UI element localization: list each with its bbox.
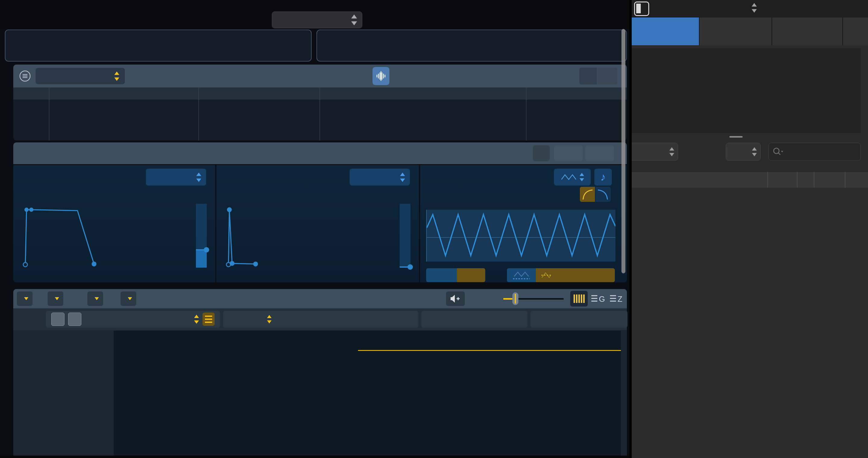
group-solo-button[interactable] <box>68 313 82 326</box>
header-name[interactable] <box>632 172 767 188</box>
lfo-poly-button[interactable] <box>457 268 485 282</box>
group-list <box>13 330 114 456</box>
articulation-bar <box>0 0 630 29</box>
group-mute-button[interactable] <box>51 313 64 326</box>
group-output-box <box>223 311 418 328</box>
env2-envelope-display[interactable] <box>225 204 385 268</box>
svg-text:G: G <box>599 294 604 304</box>
lfo-fade[interactable] <box>517 190 518 200</box>
group-key-range-box <box>421 311 527 328</box>
mod-matrix-column-headers <box>13 87 627 99</box>
chromatic-mode-button[interactable] <box>5 30 312 61</box>
zones <box>114 331 621 456</box>
category-grid <box>632 48 861 133</box>
lfo1-panel: ♪ <box>420 165 627 282</box>
mod-matrix-remove-button[interactable] <box>579 67 597 84</box>
signature-filter-dropdown[interactable] <box>726 143 761 161</box>
mod-matrix-header <box>13 64 627 87</box>
tab-descriptors[interactable] <box>772 18 842 45</box>
env1-mode-dropdown[interactable] <box>146 169 206 185</box>
chevron-down-icon <box>95 297 99 300</box>
tab-favorites-heart-icon[interactable] <box>843 18 868 45</box>
group-menu[interactable] <box>48 291 63 306</box>
mod-matrix-section <box>13 64 627 141</box>
loop-browser-topbar <box>632 0 868 18</box>
chevron-updown-icon <box>196 173 201 182</box>
chevron-updown-icon <box>351 15 357 25</box>
add-env-button[interactable] <box>554 145 583 161</box>
modulators-remove-button[interactable] <box>533 145 550 161</box>
loop-table <box>632 188 868 458</box>
env1-envelope-display[interactable] <box>22 204 182 268</box>
env2-vel-slider[interactable] <box>400 204 410 268</box>
lfo-wave-continuous-button[interactable] <box>507 268 536 282</box>
loop-table-header <box>632 172 868 188</box>
lfo-fade-in-button[interactable] <box>580 187 595 202</box>
mod-matrix-waveform-button[interactable] <box>373 67 390 85</box>
loop-browser-tabs <box>632 18 868 45</box>
speaker-icon <box>450 294 461 303</box>
sampler-plugin-window: ♪ <box>0 0 630 458</box>
add-lfo-button[interactable] <box>585 145 614 161</box>
env1-panel <box>13 165 215 282</box>
search-icon <box>772 147 783 156</box>
modulators-header <box>13 142 627 164</box>
lfo-waveform-display[interactable] <box>426 210 615 262</box>
scale-filter-dropdown[interactable] <box>632 143 678 161</box>
chevron-updown-icon <box>114 71 119 81</box>
screen: ♪ <box>0 0 868 458</box>
zone-menu[interactable] <box>87 291 103 306</box>
lfo-key-trigger-button[interactable] <box>551 268 615 282</box>
zoom-slider-handle[interactable] <box>513 292 518 305</box>
keyboard-view-button[interactable] <box>570 291 588 307</box>
chevron-down-icon <box>128 297 132 300</box>
loop-browser-panel <box>632 0 868 458</box>
articulation-dropdown[interactable] <box>272 11 362 28</box>
lfo-fade-out-button[interactable] <box>595 187 611 202</box>
mod-matrix-add-button[interactable] <box>597 67 617 84</box>
plugin-scrollbar[interactable] <box>621 29 625 274</box>
env2-panel <box>216 165 419 282</box>
loop-filter-bar <box>632 133 868 172</box>
chevron-updown-icon <box>752 147 757 156</box>
group-select-box <box>46 311 220 328</box>
modulators-section: ♪ <box>13 142 627 282</box>
chevron-updown-icon <box>752 3 757 13</box>
header-beats[interactable] <box>767 172 797 188</box>
env1-vel-slider[interactable] <box>196 204 207 268</box>
zoom-slider[interactable] <box>503 289 564 308</box>
lfo-mono-button[interactable] <box>426 268 457 282</box>
edit-menu[interactable] <box>17 291 33 306</box>
search-field[interactable] <box>769 143 861 161</box>
view-menu[interactable] <box>121 291 136 306</box>
tab-genre[interactable] <box>700 18 772 45</box>
waveform-icon <box>375 70 387 82</box>
optimized-mode-button[interactable] <box>316 30 627 61</box>
chevron-updown-icon <box>194 315 199 324</box>
header-tempo[interactable] <box>814 172 845 188</box>
window-divider <box>629 0 632 458</box>
group-list-icon: G <box>591 294 604 304</box>
lfo-waveform-dropdown[interactable] <box>554 169 591 185</box>
audition-speaker-button[interactable] <box>446 291 465 306</box>
env2-mode-dropdown[interactable] <box>350 169 410 185</box>
chevron-updown-icon <box>670 147 674 156</box>
zone-list-icon: Z <box>610 294 623 304</box>
triangle-wave-icon <box>561 173 577 181</box>
chevron-updown-icon <box>400 173 405 182</box>
group-view-button[interactable]: G <box>589 291 607 307</box>
mod-filter-dropdown[interactable] <box>36 68 125 84</box>
search-input[interactable] <box>786 147 861 157</box>
mapping-header: G Z <box>13 289 627 308</box>
tab-instrument[interactable] <box>632 18 699 45</box>
chevron-updown-icon <box>580 173 584 181</box>
piano-keys-icon <box>573 294 585 304</box>
header-key[interactable] <box>845 172 868 188</box>
lfo-sync-note-button[interactable]: ♪ <box>594 169 612 185</box>
chevron-down-icon <box>55 297 59 300</box>
filter-icon[interactable] <box>19 70 31 82</box>
zone-view-button[interactable]: Z <box>608 291 625 307</box>
header-favorite-heart-icon[interactable] <box>797 172 814 188</box>
divider-drag-handle[interactable] <box>730 136 743 138</box>
group-list-button[interactable] <box>203 313 215 326</box>
